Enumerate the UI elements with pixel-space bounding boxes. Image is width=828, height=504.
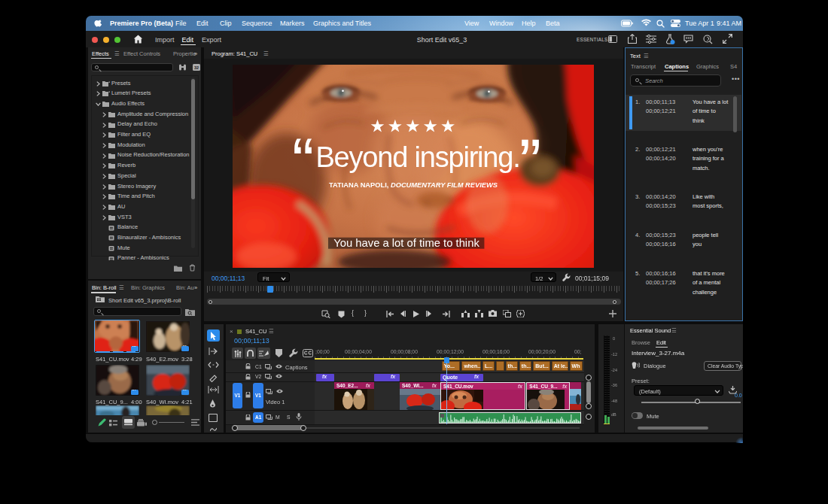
svg-text:”: ” [519,125,540,199]
svg-text:“: “ [292,124,312,199]
svg-text:You have a lot of time to thin: You have a lot of time to think [333,237,479,249]
svg-text:TATIANA NAPOLI, DOCUMENTARY FI: TATIANA NAPOLI, DOCUMENTARY FILM REVIEWS [329,181,498,189]
svg-text:Beyond inspiring.: Beyond inspiring. [315,141,519,173]
